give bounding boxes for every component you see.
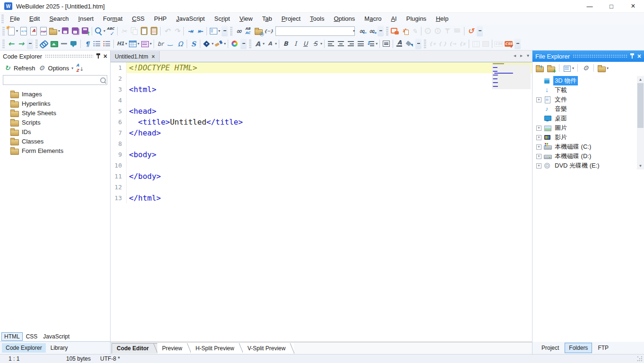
menu-file[interactable]: File (5, 14, 25, 24)
folder-menu-button[interactable]: ▾ (597, 62, 609, 74)
menu-format[interactable]: Format (98, 14, 127, 24)
file-tree-item-cube[interactable]: 3D 物件 (532, 76, 644, 85)
code-line[interactable]: 9<body> (111, 149, 532, 160)
clipboard-button[interactable] (149, 25, 159, 37)
align-justify-button[interactable] (356, 38, 366, 50)
new-file-button[interactable]: ▾ (6, 25, 18, 37)
regex-button[interactable] (264, 25, 274, 37)
menu-ai[interactable]: AI (386, 14, 401, 24)
panel-tab-ftp[interactable]: FTP (593, 343, 613, 353)
save-upload-button[interactable]: ↑ (80, 25, 90, 37)
italic-button[interactable] (291, 38, 301, 50)
new-template-button[interactable] (28, 25, 38, 37)
scrollbar-thumb[interactable] (637, 83, 644, 128)
scrollbar-up-button[interactable]: ▲ (637, 76, 644, 83)
font-size-button[interactable]: ▾ (265, 38, 277, 50)
paragraph-button[interactable] (82, 38, 92, 50)
view-tab-preview[interactable]: Preview (157, 343, 191, 354)
file-tree-item-download[interactable]: 下載 (532, 85, 644, 95)
menu-macro[interactable]: Macro (360, 14, 386, 24)
font-color-button[interactable] (395, 38, 404, 50)
align-right-button[interactable] (346, 38, 356, 50)
pin-icon[interactable] (96, 53, 101, 59)
menu-view[interactable]: View (235, 14, 258, 24)
code-line[interactable]: 10 (111, 160, 532, 171)
colors-button[interactable] (230, 38, 240, 50)
menu-php[interactable]: PHP (149, 14, 172, 24)
file-tree-item-video[interactable]: +影片 (532, 133, 644, 142)
menu-project[interactable]: Project (277, 14, 305, 24)
align-left-button[interactable] (326, 38, 336, 50)
code-line[interactable]: 7</head> (111, 127, 532, 138)
bold-button[interactable] (281, 38, 291, 50)
gear-button[interactable] (581, 62, 591, 74)
panel-view-button[interactable]: ▾ (208, 25, 221, 37)
panel-tab-project[interactable]: Project (537, 343, 563, 353)
code-explorer-item-classes[interactable]: Classes (0, 136, 110, 146)
combo-dropdown-icon[interactable]: ▾ (353, 29, 355, 33)
menu-options[interactable]: Options (329, 14, 360, 24)
expand-icon[interactable]: + (536, 126, 541, 131)
code-explorer-item-scripts[interactable]: Scripts (0, 118, 110, 127)
menu-javascript[interactable]: JavaScript (172, 14, 210, 24)
bullet-list-button[interactable] (92, 38, 102, 50)
find-prev-button[interactable]: ← (357, 25, 367, 37)
link-button[interactable] (39, 38, 49, 50)
gear-icon[interactable] (37, 64, 46, 73)
code-line[interactable]: 4 (111, 95, 532, 106)
back-button[interactable] (6, 38, 16, 50)
underline-button[interactable] (301, 38, 310, 50)
file-tree-item-picture[interactable]: +圖片 (532, 123, 644, 133)
code-explorer-item-style-sheets[interactable]: Style Sheets (0, 108, 110, 118)
code-line[interactable]: 2 (111, 73, 532, 84)
line-break-button[interactable] (155, 38, 165, 50)
menu-script[interactable]: Script (209, 14, 234, 24)
indent-button[interactable] (185, 25, 195, 37)
ai-assist-button[interactable] (400, 25, 410, 37)
horizontal-rule-button[interactable] (59, 38, 69, 50)
expand-icon[interactable]: + (536, 144, 541, 150)
image-button[interactable] (49, 38, 59, 50)
code-explorer-item-ids[interactable]: IDs (0, 127, 110, 136)
expand-icon[interactable]: + (536, 163, 541, 169)
view-mode-button[interactable]: ▾ (562, 62, 575, 74)
fill-color-button[interactable] (404, 38, 414, 50)
search-button[interactable]: ▾ (94, 25, 106, 37)
file-tree-item-dvd[interactable]: +DVD 光碟機 (E:) (532, 161, 644, 170)
strikethrough-button[interactable]: ▾ (310, 38, 323, 50)
css-check-button[interactable]: ✓ (504, 38, 514, 50)
line-spacing-button[interactable]: ▾ (366, 38, 378, 50)
code-explorer-search-input[interactable] (3, 77, 99, 84)
doc-tab-javascript[interactable]: JavaScript (41, 333, 72, 340)
tag-button[interactable]: ▾ (202, 38, 214, 50)
replace-button[interactable] (244, 25, 254, 37)
menu-tools[interactable]: Tools (305, 14, 329, 24)
expand-icon[interactable]: + (536, 135, 541, 140)
toolbar-overflow-button[interactable] (515, 39, 521, 49)
view-tab-v-split-preview[interactable]: V-Split Preview (243, 343, 294, 354)
close-icon[interactable]: × (103, 53, 107, 59)
paste-button[interactable] (139, 25, 149, 37)
menu-search[interactable]: Search (44, 14, 73, 24)
folder-new-button[interactable]: + (546, 62, 556, 74)
refresh-button[interactable]: Refresh (14, 65, 35, 72)
close-icon[interactable]: × (637, 53, 641, 59)
numbered-list-button[interactable] (102, 38, 112, 50)
toolbar-overflow-button[interactable] (415, 39, 421, 49)
code-line[interactable]: 5<head> (111, 106, 532, 117)
menu-css[interactable]: CSS (127, 14, 149, 24)
file-tree-item-desktop[interactable]: 桌面 (532, 114, 644, 123)
comment-button[interactable] (69, 38, 79, 50)
new-php-button[interactable] (38, 25, 48, 37)
open-file-button[interactable]: ▾ (48, 25, 60, 37)
code-explorer-item-form-elements[interactable]: Form Elements (0, 146, 110, 155)
expand-icon[interactable]: + (536, 97, 541, 102)
code-line[interactable]: 1<!DOCTYPE HTML> (111, 62, 532, 73)
code-line[interactable]: 8 (111, 138, 532, 149)
menu-plugins[interactable]: Plugins (402, 14, 431, 24)
span-scroll-button[interactable] (189, 38, 198, 50)
menu-help[interactable]: Help (431, 14, 453, 24)
new-html-button[interactable] (18, 25, 28, 37)
file-tree-item-document[interactable]: +文件 (532, 95, 644, 104)
code-line[interactable]: 6 <title>Untitled</title> (111, 117, 532, 127)
